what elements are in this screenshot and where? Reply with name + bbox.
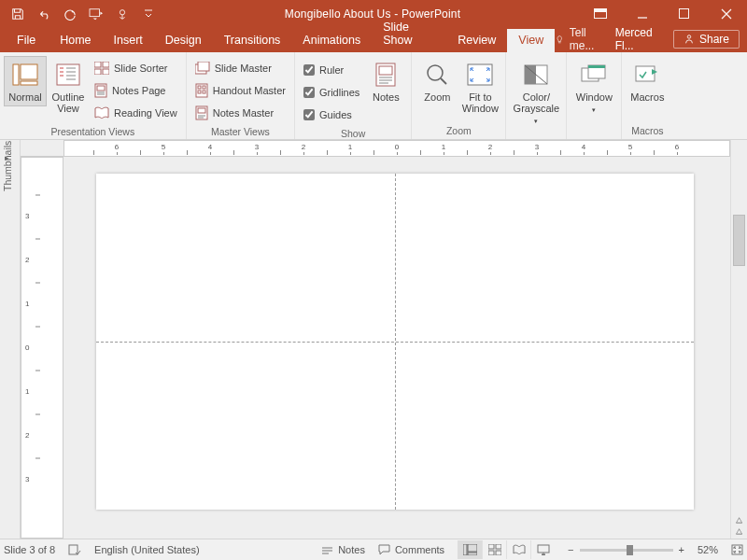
svg-rect-39	[488, 544, 494, 549]
fit-to-window-status-button[interactable]	[731, 544, 743, 555]
quick-access-toolbar	[0, 4, 166, 24]
zoom-slider-track[interactable]	[580, 549, 673, 552]
svg-rect-36	[463, 544, 467, 555]
zoom-button[interactable]: Zoom	[416, 56, 458, 106]
share-button[interactable]: Share	[673, 30, 740, 49]
window-button[interactable]: Window▾	[571, 56, 617, 119]
tab-slide-show[interactable]: Slide Show	[372, 16, 446, 52]
view-buttons	[458, 540, 555, 559]
language-indicator[interactable]: English (United States)	[94, 544, 200, 555]
ribbon-tabs: File Home Insert Design Transitions Anim…	[0, 27, 747, 52]
group-window: Window▾	[567, 52, 622, 139]
ribbon-display-options-button[interactable]	[579, 1, 621, 27]
tab-insert[interactable]: Insert	[103, 29, 154, 52]
horizontal-guide[interactable]	[96, 342, 694, 343]
ribbon: Normal Outline View Slide Sorter Notes P…	[0, 52, 747, 140]
group-macros: Macros Macros	[622, 52, 672, 139]
share-icon	[684, 34, 695, 45]
group-color-grayscale: Color/ Grayscale▾	[506, 52, 567, 139]
tell-me-search[interactable]: Tell me...	[555, 26, 605, 52]
normal-view-button[interactable]: Normal	[4, 56, 47, 106]
normal-view-status-button[interactable]	[458, 540, 482, 559]
guides-checkbox[interactable]: Guides	[301, 105, 362, 124]
zoom-level[interactable]: 52%	[698, 544, 718, 555]
tab-transitions[interactable]: Transitions	[213, 29, 292, 52]
handout-master-button[interactable]: Handout Master	[192, 80, 289, 100]
maximize-button[interactable]	[663, 1, 705, 27]
vertical-ruler[interactable]: 3210123	[21, 157, 63, 539]
tab-file[interactable]: File	[4, 29, 49, 52]
zoom-icon	[425, 60, 449, 90]
next-slide-button[interactable]: ⧋	[736, 527, 742, 537]
group-presentation-views: Normal Outline View Slide Sorter Notes P…	[0, 52, 187, 139]
svg-rect-44	[732, 545, 742, 554]
scrollbar-thumb[interactable]	[733, 215, 745, 266]
tell-me-label: Tell me...	[570, 26, 606, 52]
tab-view[interactable]: View	[507, 29, 555, 52]
horizontal-ruler[interactable]: 6543210123456	[63, 140, 730, 157]
tab-design[interactable]: Design	[154, 29, 213, 52]
svg-rect-4	[680, 9, 689, 19]
reading-view-button[interactable]: Reading View	[92, 103, 180, 122]
slide-canvas[interactable]	[96, 174, 694, 510]
tab-animations[interactable]: Animations	[291, 29, 372, 52]
svg-rect-10	[94, 62, 101, 67]
chevron-down-icon: ▾	[534, 116, 538, 127]
tab-review[interactable]: Review	[446, 29, 507, 52]
slide-indicator[interactable]: Slide 3 of 8	[4, 544, 55, 555]
reading-view-status-button[interactable]	[506, 540, 530, 559]
svg-rect-43	[538, 545, 549, 553]
vertical-scrollbar[interactable]: ⧋ ⧋	[730, 140, 747, 539]
svg-rect-33	[588, 65, 605, 68]
macros-button[interactable]: Macros	[626, 56, 669, 106]
close-button[interactable]	[705, 1, 747, 27]
fit-to-window-button[interactable]: Fit to Window	[458, 56, 501, 118]
start-from-beginning-button[interactable]	[86, 4, 106, 24]
ruler-checkbox[interactable]: Ruler	[301, 60, 362, 79]
zoom-out-button[interactable]: −	[568, 544, 573, 555]
slide-sorter-status-button[interactable]	[482, 540, 506, 559]
tab-home[interactable]: Home	[49, 29, 102, 52]
slide-sorter-button[interactable]: Slide Sorter	[92, 58, 180, 77]
svg-rect-13	[103, 69, 109, 75]
redo-button[interactable]	[60, 4, 80, 24]
zoom-slider[interactable]: − +	[568, 544, 684, 555]
svg-rect-11	[103, 62, 109, 67]
outline-view-button[interactable]: Outline View	[47, 56, 90, 118]
svg-rect-40	[496, 544, 501, 549]
spell-check-button[interactable]	[68, 543, 81, 556]
undo-button[interactable]	[34, 4, 54, 24]
notes-button[interactable]: Notes	[364, 56, 407, 106]
svg-point-27	[428, 65, 443, 80]
comments-icon	[378, 544, 390, 555]
svg-point-1	[120, 9, 124, 14]
gridlines-checkbox[interactable]: Gridlines	[301, 82, 362, 102]
slide-area[interactable]	[63, 157, 730, 539]
notes-toggle[interactable]: Notes	[321, 544, 365, 555]
notes-page-button[interactable]: Notes Page	[92, 80, 180, 100]
color-grayscale-icon	[524, 60, 548, 90]
thumbnails-label: Thumbnails	[2, 141, 13, 191]
touch-mode-button[interactable]	[112, 4, 133, 24]
notes-master-button[interactable]: Notes Master	[192, 103, 289, 122]
window-controls	[579, 1, 747, 27]
ruler-corner	[21, 140, 63, 157]
slide-show-status-button[interactable]	[530, 540, 555, 559]
share-label: Share	[699, 33, 729, 46]
save-button[interactable]	[7, 4, 28, 24]
color-grayscale-button[interactable]: Color/ Grayscale▾	[510, 56, 562, 131]
zoom-slider-thumb[interactable]	[627, 545, 633, 555]
fit-to-window-icon	[467, 60, 493, 90]
minimize-button[interactable]	[621, 1, 663, 27]
account-name[interactable]: Merced Fl...	[615, 26, 664, 52]
comments-toggle[interactable]: Comments	[378, 544, 444, 555]
previous-slide-button[interactable]: ⧋	[736, 516, 742, 525]
thumbnails-pane-collapsed[interactable]: ▸ Thumbnails	[0, 140, 21, 539]
svg-rect-9	[57, 64, 79, 85]
svg-rect-38	[468, 553, 477, 555]
normal-view-icon	[12, 60, 38, 90]
slide-master-button[interactable]: Slide Master	[192, 58, 289, 77]
zoom-in-button[interactable]: +	[679, 544, 684, 555]
qat-customize-button[interactable]	[138, 4, 159, 24]
status-bar: Slide 3 of 8 English (United States) Not…	[0, 539, 747, 560]
